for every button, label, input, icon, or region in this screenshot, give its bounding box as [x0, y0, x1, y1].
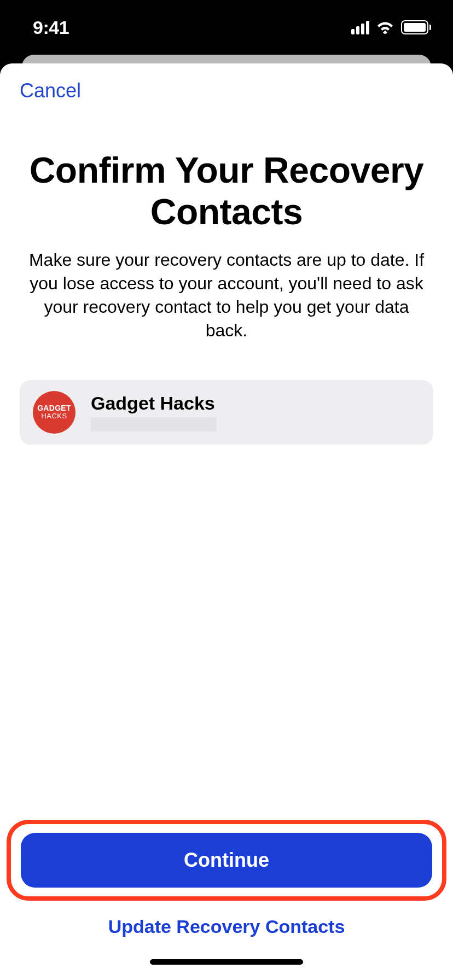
cancel-button[interactable]: Cancel: [20, 79, 81, 102]
page-title: Confirm Your Recovery Contacts: [20, 150, 433, 233]
contact-detail-redacted: [91, 417, 217, 431]
modal-sheet: Cancel Confirm Your Recovery Contacts Ma…: [0, 63, 453, 980]
contact-avatar: GADGET HACKS: [33, 391, 76, 434]
cellular-signal-icon: [351, 21, 369, 34]
annotation-highlight: Continue: [7, 820, 446, 901]
recovery-contact-row[interactable]: GADGET HACKS Gadget Hacks: [20, 380, 433, 445]
footer: Continue Update Recovery Contacts: [20, 820, 433, 980]
home-indicator[interactable]: [150, 959, 303, 965]
wifi-icon: [376, 21, 394, 34]
contact-info: Gadget Hacks: [91, 393, 217, 431]
status-indicators: [351, 20, 431, 34]
nav-bar: Cancel: [20, 63, 433, 118]
status-time: 9:41: [33, 17, 69, 38]
status-bar: 9:41: [0, 0, 453, 55]
avatar-label-line1: GADGET: [37, 404, 71, 412]
content-area: Confirm Your Recovery Contacts Make sure…: [20, 118, 433, 820]
update-recovery-contacts-button[interactable]: Update Recovery Contacts: [20, 911, 433, 943]
continue-button[interactable]: Continue: [21, 833, 432, 888]
avatar-label-line2: HACKS: [37, 412, 71, 420]
contact-name: Gadget Hacks: [91, 393, 217, 414]
battery-icon: [401, 20, 431, 34]
page-description: Make sure your recovery contacts are up …: [20, 248, 433, 343]
